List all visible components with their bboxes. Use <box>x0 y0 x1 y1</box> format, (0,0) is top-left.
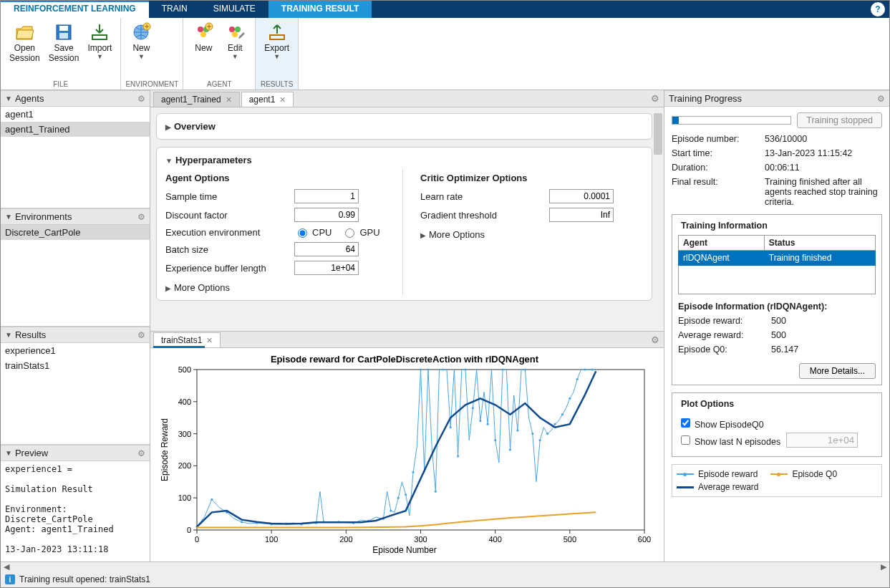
svg-text:100: 100 <box>265 535 278 544</box>
edit-agent-label: Edit <box>228 44 243 54</box>
doc-tab-agent1-trained[interactable]: agent1_Trained✕ <box>153 92 240 107</box>
edit-agent-button[interactable]: Edit ▼ <box>219 19 251 79</box>
overview-toggle[interactable]: ▶Overview <box>165 118 643 135</box>
doc-tab-agent1[interactable]: agent1✕ <box>241 92 294 107</box>
help-icon[interactable]: ? <box>871 2 885 16</box>
export-icon <box>267 22 287 42</box>
gradient-threshold-input[interactable] <box>549 208 614 222</box>
status-message: Training result opened: trainStats1 <box>19 574 150 584</box>
hyperparameters-toggle[interactable]: ▼Hyperparameters <box>165 152 643 168</box>
training-stopped-button: Training stopped <box>797 112 882 128</box>
list-item[interactable]: agent1_Trained <box>1 122 150 137</box>
ribbon-caption-file: FILE <box>5 79 116 90</box>
results-header[interactable]: ▼Results⚙ <box>1 327 150 343</box>
list-item[interactable]: agent1 <box>1 107 150 122</box>
batch-size-label: Batch size <box>165 244 294 255</box>
sample-time-input[interactable] <box>294 189 359 203</box>
list-item[interactable]: experience1 <box>1 343 150 358</box>
chevron-down-icon: ▼ <box>165 157 173 165</box>
col-agent: Agent <box>679 236 765 251</box>
close-icon[interactable]: ✕ <box>226 95 232 105</box>
svg-point-7 <box>200 32 206 37</box>
svg-text:400: 400 <box>488 535 501 544</box>
svg-point-67 <box>472 407 474 409</box>
gear-icon[interactable]: ⚙ <box>137 448 145 458</box>
list-item[interactable]: Discrete_CartPole <box>1 225 150 240</box>
panel-gear-icon[interactable]: ⚙ <box>651 93 659 104</box>
gear-icon[interactable]: ⚙ <box>877 94 885 104</box>
agent-more-options-toggle[interactable]: ▶More Options <box>165 279 388 296</box>
gpu-radio[interactable]: GPU <box>342 226 379 238</box>
gear-icon[interactable]: ⚙ <box>137 330 145 340</box>
svg-point-78 <box>553 423 556 425</box>
chart-legend: Episode reward Episode Q0 Average reward <box>672 464 882 497</box>
learn-rate-input[interactable] <box>549 189 614 203</box>
tab-train[interactable]: TRAIN <box>149 1 200 18</box>
tab-training-result[interactable]: TRAINING RESULT <box>269 1 372 18</box>
scroll-right-icon[interactable]: ▶ <box>881 562 886 572</box>
cpu-radio[interactable]: CPU <box>294 226 332 238</box>
svg-point-71 <box>501 368 503 370</box>
new-environment-button[interactable]: New ▼ <box>125 19 157 79</box>
chevron-right-icon: ▶ <box>165 284 171 292</box>
hyperparameters-section: ▼Hyperparameters Agent Options Sample ti… <box>156 147 652 301</box>
table-row-empty <box>679 266 876 294</box>
preview-header[interactable]: ▼Preview⚙ <box>1 445 150 461</box>
scrollbar-thumb[interactable] <box>654 113 662 155</box>
scroll-left-icon[interactable]: ◀ <box>4 562 9 572</box>
save-session-button[interactable]: Save Session <box>44 19 84 79</box>
preview-panel: ▼Preview⚙ experience1 = Simulation Resul… <box>1 445 150 563</box>
discount-factor-input[interactable] <box>294 208 359 222</box>
gear-icon[interactable]: ⚙ <box>137 94 145 104</box>
new-agent-button[interactable]: New <box>188 19 219 79</box>
svg-point-69 <box>487 423 489 425</box>
list-item[interactable]: trainStats1 <box>1 358 150 373</box>
episode-reward-value: 500 <box>771 316 786 326</box>
critic-more-options-toggle[interactable]: ▶More Options <box>420 226 643 243</box>
legend-average-reward: Average reward <box>677 482 759 492</box>
plot-options-title: Plot Options <box>678 399 737 409</box>
chevron-down-icon: ▼ <box>274 54 280 60</box>
panel-gear-icon[interactable]: ⚙ <box>651 334 659 345</box>
table-row[interactable]: rlDQNAgentTraining finished <box>679 251 876 266</box>
chart-svg: Episode reward for CartPoleDiscreteActio… <box>158 352 652 556</box>
chevron-right-icon: ▶ <box>165 123 171 131</box>
environments-title: Environments <box>15 211 72 222</box>
training-chart: Episode reward for CartPoleDiscreteActio… <box>150 348 664 563</box>
export-button[interactable]: Export ▼ <box>260 19 294 79</box>
training-progress-header[interactable]: Training Progress⚙ <box>664 90 889 107</box>
save-session-label: Save Session <box>49 44 79 64</box>
chart-tab-trainstats1[interactable]: trainStats1✕ <box>153 332 221 347</box>
batch-size-input[interactable] <box>294 242 359 256</box>
more-details-button[interactable]: More Details... <box>799 363 876 379</box>
environments-header[interactable]: ▼Environments⚙ <box>1 208 150 225</box>
ribbon-group-results: Export ▼ RESULTS <box>256 18 299 90</box>
final-result-label: Final result: <box>672 177 765 207</box>
svg-point-83 <box>591 368 593 370</box>
episode-info-title: Episode Information (rlDQNAgent): <box>678 302 876 312</box>
close-icon[interactable]: ✕ <box>279 95 286 105</box>
main-area: ▼Agents⚙ agent1agent1_Trained ▼Environme… <box>1 90 889 563</box>
agent-edit-icon <box>225 22 245 42</box>
svg-text:500: 500 <box>178 365 191 374</box>
svg-text:0: 0 <box>187 526 191 534</box>
svg-point-70 <box>494 439 496 441</box>
svg-point-77 <box>546 433 548 435</box>
new-agent-label: New <box>195 44 212 54</box>
buffer-length-input[interactable] <box>294 261 359 275</box>
tab-rl[interactable]: REINFORCEMENT LEARNING <box>1 1 149 18</box>
import-button[interactable]: Import ▼ <box>83 19 116 79</box>
legend-episode-reward: Episode reward <box>677 469 758 479</box>
average-reward-label: Average reward: <box>678 330 771 340</box>
show-episodeq0-checkbox[interactable]: Show EpisodeQ0 <box>678 420 764 430</box>
episode-reward-label: Episode reward: <box>678 316 771 326</box>
chevron-down-icon: ▼ <box>97 54 103 60</box>
gear-icon[interactable]: ⚙ <box>137 212 145 222</box>
tab-simulate[interactable]: SIMULATE <box>200 1 269 18</box>
svg-point-81 <box>576 378 579 380</box>
show-last-n-checkbox[interactable]: Show last N episodes <box>678 433 780 447</box>
open-session-button[interactable]: Open Session <box>5 19 44 79</box>
close-icon[interactable]: ✕ <box>206 336 213 345</box>
svg-text:200: 200 <box>178 461 191 470</box>
agents-header[interactable]: ▼Agents⚙ <box>1 90 150 107</box>
